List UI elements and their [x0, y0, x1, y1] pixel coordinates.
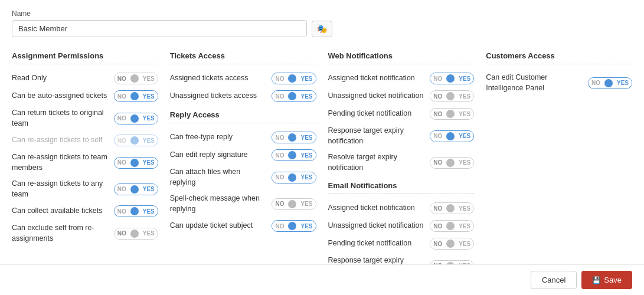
toggle-pill[interactable]: NO YES [430, 238, 474, 250]
toggle-label: Spell-check message when replying [170, 194, 272, 214]
toggle-pill[interactable]: NO YES [588, 77, 632, 89]
toggle-row: Can edit Customer Intelligence Panel NO … [486, 73, 632, 93]
toggle-pill[interactable]: NO YES [114, 73, 158, 84]
toggle-label: Can re-assign tickets to any team [12, 179, 114, 199]
toggle-label: Unassigned ticket notification [328, 91, 430, 101]
toggle-row: Unassigned ticket notification NO YES [328, 220, 475, 232]
toggle-row: Read Only NO YES [12, 73, 158, 84]
toggle-label: Can collect available tickets [12, 206, 114, 217]
toggle-pill[interactable]: NO YES [114, 90, 158, 102]
toggle-label: Assigned ticket notification [328, 203, 430, 214]
toggle-label: Can edit reply signature [170, 150, 272, 160]
toggle-row: Can exclude self from re-assignments NO … [12, 223, 158, 244]
web-notif-divider [328, 64, 475, 64]
tickets-access-section: Tickets Access Assigned tickets access N… [170, 51, 316, 295]
toggle-row: Spell-check message when replying NO YES [170, 194, 316, 214]
web-notif-list: Assigned ticket notification NO YES Unas… [328, 73, 475, 173]
emoji-button[interactable]: 🎭 [312, 21, 332, 37]
name-section: Name 🎭 [12, 9, 632, 37]
toggle-label: Can exclude self from re-assignments [12, 223, 114, 244]
toggle-row: Pending ticket notification NO YES [328, 238, 475, 250]
toggle-row: Can free-type reply NO YES [170, 132, 316, 143]
toggle-label: Can free-type reply [170, 132, 272, 143]
web-notifications-section: Web Notifications Assigned ticket notifi… [328, 51, 475, 295]
toggle-pill[interactable]: NO YES [114, 135, 158, 146]
tickets-divider [170, 64, 316, 64]
toggle-label: Can edit Customer Intelligence Panel [486, 73, 588, 93]
toggle-pill[interactable]: NO YES [114, 113, 158, 124]
toggle-row: Unassigned tickets access NO YES [170, 90, 316, 102]
toggle-pill[interactable]: NO YES [272, 149, 316, 161]
toggle-row: Can re-assign tickets to any team NO YES [12, 179, 158, 199]
toggle-label: Can update ticket subject [170, 221, 272, 231]
toggle-label: Can return tickets to original team [12, 108, 114, 129]
customers-access-section: Customers Access Can edit Customer Intel… [486, 51, 632, 295]
name-label: Name [12, 9, 632, 18]
toggle-row: Resolve target expiry notification NO YE… [328, 152, 475, 173]
save-button[interactable]: Save [581, 271, 632, 289]
reply-access-title: Reply Access [170, 110, 316, 119]
name-input[interactable] [12, 20, 307, 37]
toggle-pill[interactable]: NO YES [430, 130, 474, 142]
toggle-label: Can attach files when replying [170, 167, 272, 188]
toggle-row: Assigned ticket notification NO YES [328, 202, 475, 214]
toggle-pill[interactable]: NO YES [114, 228, 158, 240]
toggle-label: Can re-assign tickets to self [12, 135, 114, 146]
reply-list: Can free-type reply NO YES Can edit repl… [170, 132, 316, 232]
toggle-pill[interactable]: NO YES [272, 198, 316, 210]
toggle-pill[interactable]: NO YES [272, 220, 316, 232]
toggle-label: Unassigned tickets access [170, 91, 272, 101]
email-notif-divider [328, 194, 475, 194]
toggle-pill[interactable]: NO YES [272, 172, 316, 183]
permissions-columns: Assignment Permissions Read Only NO YES … [12, 51, 632, 295]
customers-divider [486, 64, 632, 64]
toggle-label: Resolve target expiry notification [328, 152, 430, 173]
toggle-pill[interactable]: NO YES [430, 202, 474, 214]
tickets-access-title: Tickets Access [170, 51, 316, 60]
toggle-row: Can be auto-assigned tickets NO YES [12, 90, 158, 102]
toggle-pill[interactable]: NO YES [430, 108, 474, 120]
toggle-row: Can edit reply signature NO YES [170, 149, 316, 161]
toggle-row: Assigned ticket notification NO YES [328, 73, 475, 84]
toggle-label: Can be auto-assigned tickets [12, 91, 114, 101]
customers-access-title: Customers Access [486, 51, 632, 60]
reply-divider [170, 123, 316, 123]
toggle-pill[interactable]: NO YES [114, 205, 158, 217]
footer: Cancel Save [0, 264, 644, 295]
toggle-pill[interactable]: NO YES [430, 73, 474, 84]
toggle-label: Read Only [12, 73, 114, 84]
toggle-row: Assigned tickets access NO YES [170, 73, 316, 84]
toggle-row: Unassigned ticket notification NO YES [328, 90, 475, 102]
toggle-label: Pending ticket notification [328, 109, 430, 119]
toggle-label: Can re-assign tickets to team members [12, 152, 114, 173]
toggle-row: Can collect available tickets NO YES [12, 205, 158, 217]
toggle-label: Assigned tickets access [170, 73, 272, 84]
toggle-pill[interactable]: NO YES [272, 132, 316, 143]
web-notifications-title: Web Notifications [328, 51, 475, 60]
toggle-label: Assigned ticket notification [328, 73, 430, 84]
toggle-row: Can re-assign tickets to team members NO… [12, 152, 158, 173]
toggle-pill[interactable]: NO YES [430, 220, 474, 232]
toggle-row: Can return tickets to original team NO Y… [12, 108, 158, 129]
toggle-row: Can update ticket subject NO YES [170, 220, 316, 232]
toggle-pill[interactable]: NO YES [430, 90, 474, 102]
toggle-row: Pending ticket notification NO YES [328, 108, 475, 120]
customers-list: Can edit Customer Intelligence Panel NO … [486, 73, 632, 93]
cancel-button[interactable]: Cancel [531, 271, 577, 289]
toggle-pill[interactable]: NO YES [272, 73, 316, 84]
toggle-pill[interactable]: NO YES [114, 157, 158, 169]
toggle-pill[interactable]: NO YES [430, 157, 474, 169]
toggle-label: Unassigned ticket notification [328, 221, 430, 231]
tickets-list: Assigned tickets access NO YES Unassigne… [170, 73, 316, 102]
email-notifications-title: Email Notifications [328, 181, 475, 190]
toggle-label: Response target expiry notification [328, 126, 430, 146]
assignment-permissions-title: Assignment Permissions [12, 51, 158, 60]
toggle-row: Can attach files when replying NO YES [170, 167, 316, 188]
toggle-pill[interactable]: NO YES [272, 90, 316, 102]
assignment-divider [12, 64, 158, 64]
toggle-row: Response target expiry notification NO Y… [328, 126, 475, 146]
toggle-pill[interactable]: NO YES [114, 183, 158, 195]
assignment-permissions-section: Assignment Permissions Read Only NO YES … [12, 51, 158, 295]
toggle-row: Can re-assign tickets to self NO YES [12, 135, 158, 146]
toggle-label: Pending ticket notification [328, 238, 430, 249]
